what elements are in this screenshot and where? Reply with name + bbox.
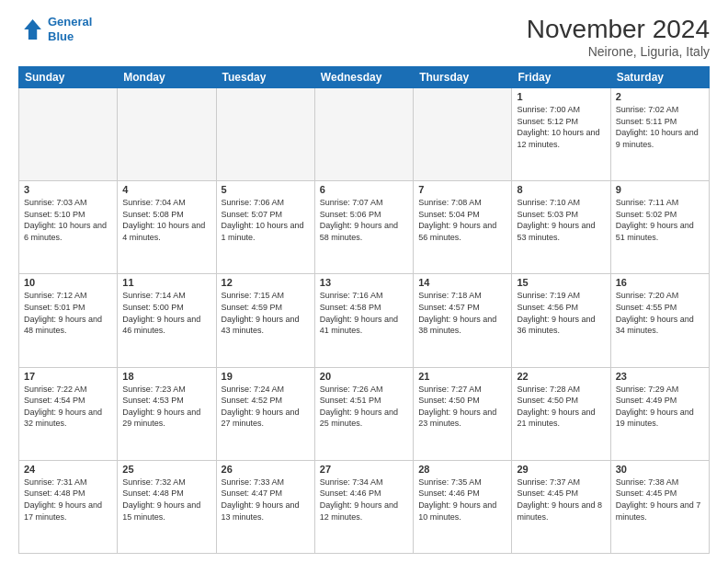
calendar-cell: 5Sunrise: 7:06 AMSunset: 5:07 PMDaylight…	[216, 181, 314, 274]
calendar-cell	[314, 88, 413, 181]
day-info: Sunrise: 7:37 AMSunset: 4:45 PMDaylight:…	[517, 477, 605, 523]
day-info: Sunrise: 7:06 AMSunset: 5:07 PMDaylight:…	[222, 197, 310, 243]
day-number: 16	[616, 277, 704, 288]
day-info: Sunrise: 7:28 AMSunset: 4:50 PMDaylight:…	[517, 384, 605, 430]
calendar-cell	[414, 88, 512, 181]
day-number: 29	[517, 464, 605, 475]
calendar-cell: 15Sunrise: 7:19 AMSunset: 4:56 PMDayligh…	[512, 274, 610, 367]
day-number: 5	[222, 184, 310, 195]
day-number: 26	[222, 464, 310, 475]
day-number: 15	[517, 277, 605, 288]
day-number: 19	[222, 371, 310, 382]
day-info: Sunrise: 7:33 AMSunset: 4:47 PMDaylight:…	[222, 477, 310, 523]
day-info: Sunrise: 7:19 AMSunset: 4:56 PMDaylight:…	[517, 290, 605, 336]
calendar-cell: 14Sunrise: 7:18 AMSunset: 4:57 PMDayligh…	[414, 274, 512, 367]
day-number: 18	[122, 371, 210, 382]
calendar-week-2: 10Sunrise: 7:12 AMSunset: 5:01 PMDayligh…	[19, 274, 710, 367]
logo: General Blue	[18, 15, 92, 43]
calendar-cell: 27Sunrise: 7:34 AMSunset: 4:46 PMDayligh…	[314, 460, 413, 553]
day-number: 30	[616, 464, 704, 475]
calendar-cell: 21Sunrise: 7:27 AMSunset: 4:50 PMDayligh…	[414, 367, 512, 460]
day-number: 22	[517, 371, 605, 382]
day-info: Sunrise: 7:18 AMSunset: 4:57 PMDaylight:…	[418, 290, 506, 336]
day-info: Sunrise: 7:20 AMSunset: 4:55 PMDaylight:…	[616, 290, 704, 336]
day-number: 8	[517, 184, 605, 195]
calendar-header-saturday: Saturday	[610, 67, 709, 88]
calendar-cell: 23Sunrise: 7:29 AMSunset: 4:49 PMDayligh…	[610, 367, 709, 460]
day-info: Sunrise: 7:03 AMSunset: 5:10 PMDaylight:…	[24, 197, 112, 243]
calendar-cell: 10Sunrise: 7:12 AMSunset: 5:01 PMDayligh…	[19, 274, 118, 367]
calendar-cell: 4Sunrise: 7:04 AMSunset: 5:08 PMDaylight…	[118, 181, 216, 274]
calendar-cell: 30Sunrise: 7:38 AMSunset: 4:45 PMDayligh…	[610, 460, 709, 553]
page: General Blue November 2024 Neirone, Ligu…	[0, 0, 728, 563]
day-info: Sunrise: 7:14 AMSunset: 5:00 PMDaylight:…	[122, 290, 210, 336]
day-info: Sunrise: 7:23 AMSunset: 4:53 PMDaylight:…	[122, 384, 210, 430]
calendar-cell: 17Sunrise: 7:22 AMSunset: 4:54 PMDayligh…	[19, 367, 118, 460]
calendar-header-sunday: Sunday	[19, 67, 118, 88]
calendar-header-wednesday: Wednesday	[314, 67, 413, 88]
logo-text: General Blue	[48, 15, 92, 43]
calendar-header-thursday: Thursday	[414, 67, 512, 88]
day-info: Sunrise: 7:02 AMSunset: 5:11 PMDaylight:…	[616, 104, 704, 150]
calendar-header-monday: Monday	[118, 67, 216, 88]
calendar-header-row: SundayMondayTuesdayWednesdayThursdayFrid…	[19, 67, 710, 88]
calendar-cell: 18Sunrise: 7:23 AMSunset: 4:53 PMDayligh…	[118, 367, 216, 460]
day-info: Sunrise: 7:11 AMSunset: 5:02 PMDaylight:…	[616, 197, 704, 243]
calendar-cell	[216, 88, 314, 181]
day-number: 7	[418, 184, 506, 195]
day-number: 11	[122, 277, 210, 288]
calendar-week-1: 3Sunrise: 7:03 AMSunset: 5:10 PMDaylight…	[19, 181, 710, 274]
main-title: November 2024	[527, 15, 710, 44]
calendar-cell	[118, 88, 216, 181]
day-info: Sunrise: 7:16 AMSunset: 4:58 PMDaylight:…	[320, 290, 408, 336]
title-block: November 2024 Neirone, Liguria, Italy	[527, 15, 710, 59]
day-info: Sunrise: 7:38 AMSunset: 4:45 PMDaylight:…	[616, 477, 704, 523]
day-info: Sunrise: 7:22 AMSunset: 4:54 PMDaylight:…	[24, 384, 112, 430]
calendar-week-0: 1Sunrise: 7:00 AMSunset: 5:12 PMDaylight…	[19, 88, 710, 181]
logo-icon	[18, 17, 44, 42]
calendar-header-tuesday: Tuesday	[216, 67, 314, 88]
day-info: Sunrise: 7:27 AMSunset: 4:50 PMDaylight:…	[418, 384, 506, 430]
day-info: Sunrise: 7:26 AMSunset: 4:51 PMDaylight:…	[320, 384, 408, 430]
day-number: 24	[24, 464, 112, 475]
day-number: 2	[616, 91, 704, 102]
day-info: Sunrise: 7:08 AMSunset: 5:04 PMDaylight:…	[418, 197, 506, 243]
day-number: 27	[320, 464, 408, 475]
day-number: 12	[222, 277, 310, 288]
calendar-cell: 8Sunrise: 7:10 AMSunset: 5:03 PMDaylight…	[512, 181, 610, 274]
calendar-cell: 16Sunrise: 7:20 AMSunset: 4:55 PMDayligh…	[610, 274, 709, 367]
day-info: Sunrise: 7:10 AMSunset: 5:03 PMDaylight:…	[517, 197, 605, 243]
calendar-cell	[19, 88, 118, 181]
calendar-week-4: 24Sunrise: 7:31 AMSunset: 4:48 PMDayligh…	[19, 460, 710, 553]
day-info: Sunrise: 7:04 AMSunset: 5:08 PMDaylight:…	[122, 197, 210, 243]
calendar-header-friday: Friday	[512, 67, 610, 88]
calendar-cell: 19Sunrise: 7:24 AMSunset: 4:52 PMDayligh…	[216, 367, 314, 460]
day-number: 13	[320, 277, 408, 288]
calendar-cell: 26Sunrise: 7:33 AMSunset: 4:47 PMDayligh…	[216, 460, 314, 553]
day-info: Sunrise: 7:15 AMSunset: 4:59 PMDaylight:…	[222, 290, 310, 336]
calendar-cell: 7Sunrise: 7:08 AMSunset: 5:04 PMDaylight…	[414, 181, 512, 274]
day-number: 10	[24, 277, 112, 288]
calendar-cell: 24Sunrise: 7:31 AMSunset: 4:48 PMDayligh…	[19, 460, 118, 553]
calendar-table: SundayMondayTuesdayWednesdayThursdayFrid…	[18, 66, 710, 554]
day-number: 21	[418, 371, 506, 382]
calendar-cell: 1Sunrise: 7:00 AMSunset: 5:12 PMDaylight…	[512, 88, 610, 181]
day-number: 6	[320, 184, 408, 195]
calendar-cell: 2Sunrise: 7:02 AMSunset: 5:11 PMDaylight…	[610, 88, 709, 181]
subtitle: Neirone, Liguria, Italy	[527, 44, 710, 59]
calendar-week-3: 17Sunrise: 7:22 AMSunset: 4:54 PMDayligh…	[19, 367, 710, 460]
day-number: 4	[122, 184, 210, 195]
calendar-cell: 13Sunrise: 7:16 AMSunset: 4:58 PMDayligh…	[314, 274, 413, 367]
calendar-cell: 25Sunrise: 7:32 AMSunset: 4:48 PMDayligh…	[118, 460, 216, 553]
day-info: Sunrise: 7:24 AMSunset: 4:52 PMDaylight:…	[222, 384, 310, 430]
calendar-cell: 9Sunrise: 7:11 AMSunset: 5:02 PMDaylight…	[610, 181, 709, 274]
day-info: Sunrise: 7:12 AMSunset: 5:01 PMDaylight:…	[24, 290, 112, 336]
day-number: 23	[616, 371, 704, 382]
day-number: 17	[24, 371, 112, 382]
calendar-cell: 11Sunrise: 7:14 AMSunset: 5:00 PMDayligh…	[118, 274, 216, 367]
day-number: 1	[517, 91, 605, 102]
calendar-cell: 3Sunrise: 7:03 AMSunset: 5:10 PMDaylight…	[19, 181, 118, 274]
calendar-cell: 12Sunrise: 7:15 AMSunset: 4:59 PMDayligh…	[216, 274, 314, 367]
calendar-cell: 22Sunrise: 7:28 AMSunset: 4:50 PMDayligh…	[512, 367, 610, 460]
day-number: 14	[418, 277, 506, 288]
